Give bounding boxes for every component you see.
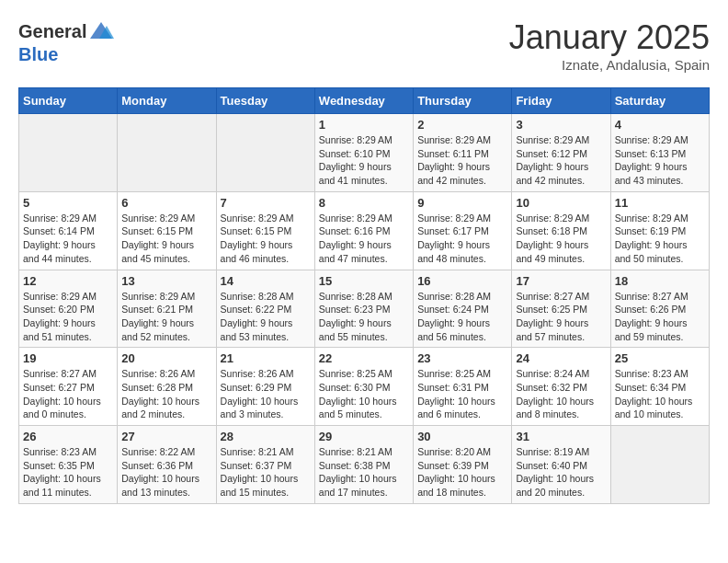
day-info: Sunrise: 8:22 AM Sunset: 6:36 PM Dayligh… <box>121 445 211 500</box>
location: Iznate, Andalusia, Spain <box>509 57 710 73</box>
calendar-cell: 10Sunrise: 8:29 AM Sunset: 6:18 PM Dayli… <box>512 191 610 270</box>
calendar-week-1: 1Sunrise: 8:29 AM Sunset: 6:10 PM Daylig… <box>19 114 710 192</box>
calendar-cell: 2Sunrise: 8:29 AM Sunset: 6:11 PM Daylig… <box>414 114 512 192</box>
day-number: 29 <box>319 430 409 443</box>
day-number: 6 <box>121 196 211 210</box>
calendar-cell: 5Sunrise: 8:29 AM Sunset: 6:14 PM Daylig… <box>19 191 118 270</box>
day-number: 4 <box>615 118 705 132</box>
day-info: Sunrise: 8:29 AM Sunset: 6:11 PM Dayligh… <box>417 133 507 188</box>
calendar-cell: 12Sunrise: 8:29 AM Sunset: 6:20 PM Dayli… <box>19 270 118 348</box>
calendar-cell <box>610 426 709 504</box>
calendar-cell: 27Sunrise: 8:22 AM Sunset: 6:36 PM Dayli… <box>118 426 216 504</box>
calendar-week-4: 19Sunrise: 8:27 AM Sunset: 6:27 PM Dayli… <box>19 348 710 426</box>
calendar-header-row: SundayMondayTuesdayWednesdayThursdayFrid… <box>19 88 710 114</box>
calendar-cell: 22Sunrise: 8:25 AM Sunset: 6:30 PM Dayli… <box>314 348 413 426</box>
day-info: Sunrise: 8:29 AM Sunset: 6:14 PM Dayligh… <box>23 212 113 266</box>
day-info: Sunrise: 8:25 AM Sunset: 6:31 PM Dayligh… <box>417 367 507 421</box>
day-number: 16 <box>417 274 507 288</box>
day-info: Sunrise: 8:27 AM Sunset: 6:26 PM Dayligh… <box>615 290 705 344</box>
logo-general: General <box>18 21 86 41</box>
day-number: 15 <box>319 274 409 288</box>
day-header-monday: Monday <box>118 88 216 114</box>
day-info: Sunrise: 8:28 AM Sunset: 6:23 PM Dayligh… <box>319 290 409 344</box>
calendar-cell: 17Sunrise: 8:27 AM Sunset: 6:25 PM Dayli… <box>512 270 610 348</box>
day-header-saturday: Saturday <box>610 88 709 114</box>
day-info: Sunrise: 8:19 AM Sunset: 6:40 PM Dayligh… <box>516 445 606 500</box>
day-info: Sunrise: 8:29 AM Sunset: 6:16 PM Dayligh… <box>319 212 409 266</box>
calendar-cell: 18Sunrise: 8:27 AM Sunset: 6:26 PM Dayli… <box>610 270 709 348</box>
day-info: Sunrise: 8:24 AM Sunset: 6:32 PM Dayligh… <box>516 367 606 421</box>
day-info: Sunrise: 8:29 AM Sunset: 6:21 PM Dayligh… <box>121 290 211 344</box>
calendar-cell: 4Sunrise: 8:29 AM Sunset: 6:13 PM Daylig… <box>610 114 709 192</box>
day-number: 1 <box>319 118 409 132</box>
day-number: 25 <box>615 351 705 365</box>
day-header-friday: Friday <box>512 88 610 114</box>
calendar-cell: 3Sunrise: 8:29 AM Sunset: 6:12 PM Daylig… <box>512 114 610 192</box>
day-number: 28 <box>221 430 311 443</box>
day-number: 11 <box>615 196 705 210</box>
day-info: Sunrise: 8:27 AM Sunset: 6:27 PM Dayligh… <box>23 367 113 421</box>
calendar-cell: 23Sunrise: 8:25 AM Sunset: 6:31 PM Dayli… <box>414 348 512 426</box>
day-number: 26 <box>23 430 113 443</box>
calendar-cell: 21Sunrise: 8:26 AM Sunset: 6:29 PM Dayli… <box>216 348 314 426</box>
day-number: 19 <box>23 351 113 365</box>
calendar-cell: 13Sunrise: 8:29 AM Sunset: 6:21 PM Dayli… <box>118 270 216 348</box>
day-number: 2 <box>417 118 507 132</box>
day-header-wednesday: Wednesday <box>314 88 413 114</box>
day-header-tuesday: Tuesday <box>216 88 314 114</box>
day-number: 30 <box>417 430 507 443</box>
day-number: 27 <box>121 430 211 443</box>
day-number: 14 <box>221 274 311 288</box>
day-info: Sunrise: 8:25 AM Sunset: 6:30 PM Dayligh… <box>319 367 409 421</box>
day-number: 8 <box>319 196 409 210</box>
day-info: Sunrise: 8:29 AM Sunset: 6:20 PM Dayligh… <box>23 290 113 344</box>
calendar-cell: 24Sunrise: 8:24 AM Sunset: 6:32 PM Dayli… <box>512 348 610 426</box>
calendar-cell: 20Sunrise: 8:26 AM Sunset: 6:28 PM Dayli… <box>118 348 216 426</box>
day-number: 17 <box>516 274 606 288</box>
calendar-cell: 30Sunrise: 8:20 AM Sunset: 6:39 PM Dayli… <box>414 426 512 504</box>
day-number: 21 <box>221 351 311 365</box>
day-info: Sunrise: 8:29 AM Sunset: 6:12 PM Dayligh… <box>516 133 606 188</box>
day-info: Sunrise: 8:28 AM Sunset: 6:24 PM Dayligh… <box>417 290 507 344</box>
day-info: Sunrise: 8:26 AM Sunset: 6:29 PM Dayligh… <box>221 367 311 421</box>
calendar-cell: 11Sunrise: 8:29 AM Sunset: 6:19 PM Dayli… <box>610 191 709 270</box>
calendar-cell: 31Sunrise: 8:19 AM Sunset: 6:40 PM Dayli… <box>512 426 610 504</box>
calendar-cell: 7Sunrise: 8:29 AM Sunset: 6:15 PM Daylig… <box>216 191 314 270</box>
day-info: Sunrise: 8:27 AM Sunset: 6:25 PM Dayligh… <box>516 290 606 344</box>
calendar-week-3: 12Sunrise: 8:29 AM Sunset: 6:20 PM Dayli… <box>19 270 710 348</box>
day-header-thursday: Thursday <box>414 88 512 114</box>
day-number: 7 <box>221 196 311 210</box>
day-info: Sunrise: 8:21 AM Sunset: 6:37 PM Dayligh… <box>221 445 311 500</box>
calendar-week-5: 26Sunrise: 8:23 AM Sunset: 6:35 PM Dayli… <box>19 426 710 504</box>
day-info: Sunrise: 8:28 AM Sunset: 6:22 PM Dayligh… <box>221 290 311 344</box>
month-title: January 2025 <box>509 18 710 57</box>
day-info: Sunrise: 8:23 AM Sunset: 6:34 PM Dayligh… <box>615 367 705 421</box>
calendar-week-2: 5Sunrise: 8:29 AM Sunset: 6:14 PM Daylig… <box>19 191 710 270</box>
day-info: Sunrise: 8:21 AM Sunset: 6:38 PM Dayligh… <box>319 445 409 500</box>
day-header-sunday: Sunday <box>19 88 118 114</box>
day-number: 23 <box>417 351 507 365</box>
day-info: Sunrise: 8:23 AM Sunset: 6:35 PM Dayligh… <box>23 445 113 500</box>
day-number: 10 <box>516 196 606 210</box>
day-number: 24 <box>516 351 606 365</box>
day-info: Sunrise: 8:26 AM Sunset: 6:28 PM Dayligh… <box>121 367 211 421</box>
day-info: Sunrise: 8:29 AM Sunset: 6:10 PM Dayligh… <box>319 133 409 188</box>
day-info: Sunrise: 8:29 AM Sunset: 6:17 PM Dayligh… <box>417 212 507 266</box>
page-header: General Blue January 2025 Iznate, Andalu… <box>18 18 710 73</box>
calendar-cell: 25Sunrise: 8:23 AM Sunset: 6:34 PM Dayli… <box>610 348 709 426</box>
calendar-cell <box>216 114 314 192</box>
day-info: Sunrise: 8:29 AM Sunset: 6:13 PM Dayligh… <box>615 133 705 188</box>
day-number: 5 <box>23 196 113 210</box>
calendar-cell: 15Sunrise: 8:28 AM Sunset: 6:23 PM Dayli… <box>314 270 413 348</box>
calendar-body: 1Sunrise: 8:29 AM Sunset: 6:10 PM Daylig… <box>19 114 710 504</box>
day-number: 20 <box>121 351 211 365</box>
calendar-cell: 9Sunrise: 8:29 AM Sunset: 6:17 PM Daylig… <box>414 191 512 270</box>
day-number: 13 <box>121 274 211 288</box>
day-number: 31 <box>516 430 606 443</box>
calendar-cell: 6Sunrise: 8:29 AM Sunset: 6:15 PM Daylig… <box>118 191 216 270</box>
calendar-cell: 8Sunrise: 8:29 AM Sunset: 6:16 PM Daylig… <box>314 191 413 270</box>
day-info: Sunrise: 8:29 AM Sunset: 6:15 PM Dayligh… <box>221 212 311 266</box>
calendar-cell: 19Sunrise: 8:27 AM Sunset: 6:27 PM Dayli… <box>19 348 118 426</box>
calendar-cell: 14Sunrise: 8:28 AM Sunset: 6:22 PM Dayli… <box>216 270 314 348</box>
calendar-cell: 29Sunrise: 8:21 AM Sunset: 6:38 PM Dayli… <box>314 426 413 504</box>
